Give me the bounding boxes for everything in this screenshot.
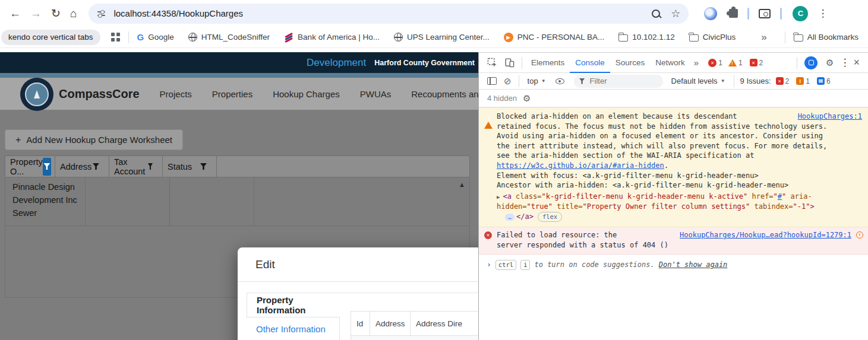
error-badge-icon[interactable]: × [708,59,717,67]
issues-red-icon[interactable]: × [776,77,784,85]
column-header-property-owner[interactable]: Property O... [5,156,55,177]
bookmark-folder-ip[interactable]: 10.102.1.12 [618,33,674,42]
console-messages: HookupCharges:1 Blocked aria-hidden on a… [479,107,868,270]
bookmark-pnc[interactable]: ▶ PNC - PERSONAL BA... [504,33,605,42]
refresh-icon[interactable]: ↻ [51,8,61,19]
forward-icon[interactable]: → [30,8,42,19]
county-seal-logo[interactable] [20,78,53,111]
nav-hookup-charges[interactable]: Hookup Charges [273,89,340,99]
devtools-tab-console[interactable]: Console [570,53,610,73]
chevron-down-icon: ▼ [541,78,546,84]
nav-properties[interactable]: Properties [212,89,252,99]
devtools-tab-network[interactable]: Network [650,53,690,73]
address-bar[interactable]: localhost:44358/HookupCharges ☆ [89,4,689,24]
devtools-tab-elements[interactable]: Elements [526,53,570,73]
filter-funnel-icon[interactable] [200,163,207,170]
cell-property-owner: Pinnacle Design Development Inc Sewer [5,177,86,225]
dom-element-preview[interactable]: ▶<a class="k-grid-filter-menu k-grid-hea… [497,192,861,222]
extension-swirl-icon[interactable] [704,7,717,20]
bookmarks-separator [785,31,785,43]
tab-group-chip[interactable]: kendo core vertical tabs [1,30,100,45]
live-expression-icon[interactable] [555,78,564,84]
toolbar-separator [780,8,782,20]
issue-link-icon[interactable]: ↑ [856,231,863,239]
url-text[interactable]: localhost:44358/HookupCharges [113,8,243,18]
bookmark-ups-learning[interactable]: UPS Learning Center... [394,33,490,42]
browser-menu-icon[interactable]: ⋮ [818,7,828,20]
bookmarks-overflow-icon[interactable]: » [761,31,766,43]
home-icon[interactable]: ⌂ [70,8,77,19]
warning-badge-icon[interactable] [728,59,737,66]
keycap-ctrl: ctrl [495,260,516,270]
column-header-address[interactable]: Address [370,312,411,335]
table-row[interactable]: Pinnacle Design Development Inc Sewer [5,177,469,226]
all-bookmarks-button[interactable]: All Bookmarks [794,33,858,42]
bookmark-html-codesniffer[interactable]: HTML_CodeSniffer [188,33,270,42]
nav-pwuas[interactable]: PWUAs [360,89,392,99]
warning-text: Blocked aria-hidden on an element becaus… [497,112,827,160]
scrollbar-up-icon[interactable]: ▲ [459,181,465,188]
close-tag: </a> [516,212,534,221]
issues-orange-icon[interactable]: ! [796,77,804,85]
source-link[interactable]: HookupCharges:1 [798,112,862,122]
context-selector[interactable]: top ▼ [528,77,546,85]
devtools-close-icon[interactable]: × [853,56,860,69]
clear-console-icon[interactable]: ⊘ [504,76,512,87]
column-header-address[interactable]: Address [55,156,109,177]
flex-badge[interactable]: flex [538,212,562,222]
devtools-menu-icon[interactable]: ⋮ [839,56,850,69]
prompt-hint: to turn on code suggestions. [534,260,654,270]
globe-icon [394,33,403,42]
dismiss-suggestions-link[interactable]: Don't show again [659,260,728,270]
chevron-down-icon: ▼ [721,78,725,84]
expand-ellipsis-icon[interactable]: … [505,214,515,221]
device-toolbar-icon[interactable] [504,58,515,68]
property-grid: Id Address Address Dire |◀ ◀ 0 ▶ ▶| [351,311,478,340]
inspect-element-icon[interactable] [487,58,497,68]
web-page: Development Harford County Government Co… [0,52,478,340]
filter-input[interactable] [574,75,663,88]
apps-grid-icon[interactable] [111,33,120,42]
bookmark-bank-of-america[interactable]: Bank of America | Ho... [284,33,380,42]
tab-search-icon[interactable] [759,9,771,18]
site-settings-icon[interactable] [97,9,106,18]
column-header-status[interactable]: Status [163,156,217,177]
console-toolbar: ⊘ top ▼ Default levels ▼ 9 Issues: × 2 !… [479,73,868,90]
filter-button-active[interactable] [43,158,51,176]
error-icon: × [484,231,492,239]
column-header-address-direction[interactable]: Address Dire [411,312,478,335]
filter-funnel-icon[interactable] [148,163,153,170]
issues-label[interactable]: 9 Issues: [740,77,771,85]
tab-other-information[interactable]: Other Information [247,317,339,340]
expand-arrow-icon[interactable]: ▶ [497,194,500,200]
log-levels-selector[interactable]: Default levels ▼ [671,77,725,85]
console-prompt[interactable]: › ctrl i to turn on code suggestions. Do… [479,255,868,270]
devtools-tab-sources[interactable]: Sources [610,53,651,73]
bookmark-folder-civicplus[interactable]: CivicPlus [689,33,736,42]
nav-recoupments[interactable]: Recoupments and Surcharges [411,89,478,99]
add-worksheet-button[interactable]: + Add New Hookup Charge Worksheet [5,129,183,150]
bookmark-google[interactable]: G Google [137,32,174,42]
column-header-tax-account[interactable]: Tax Account [109,156,163,177]
cell-address [86,177,170,225]
extensions-puzzle-icon[interactable] [729,9,738,18]
tab-property-information[interactable]: Property Information [247,293,340,317]
issues-badge-icon[interactable]: × [750,59,757,66]
console-settings-icon[interactable]: ⚙ [523,93,531,104]
zoom-icon[interactable] [652,9,660,18]
filter-funnel-icon[interactable] [93,163,99,170]
bookmark-star-icon[interactable]: ☆ [671,7,680,20]
column-header-id[interactable]: Id [351,312,370,335]
source-link[interactable]: HookupCharges/Hookup…ead?hookupId=1279:1 [680,230,851,240]
devtools-settings-icon[interactable]: ⚙ [826,58,834,68]
profile-avatar[interactable]: C [793,6,808,21]
nav-projects[interactable]: Projects [160,89,192,99]
back-icon[interactable]: ← [10,8,21,19]
toolbar-separator [747,8,749,20]
more-tabs-icon[interactable]: » [690,58,702,68]
aria-spec-link[interactable]: https://w3c.github.io/aria/#aria-hidden [497,161,664,170]
ai-assistance-icon[interactable] [804,56,818,69]
console-sidebar-icon[interactable] [487,77,497,85]
accent-strip [0,73,478,78]
issues-blue-icon[interactable] [817,77,825,85]
